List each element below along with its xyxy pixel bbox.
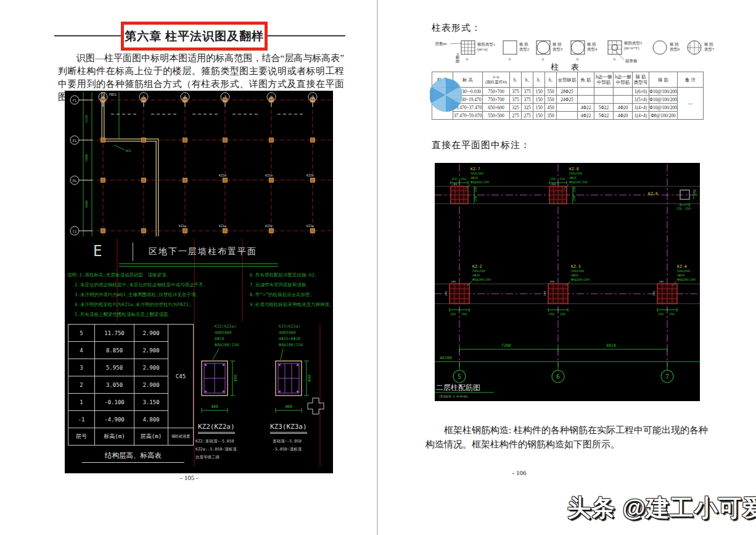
svg-text:E1: E1 xyxy=(73,139,77,143)
svg-text:250: 250 xyxy=(474,187,477,193)
svg-text:8: 8 xyxy=(270,95,273,100)
column-kz8: KZ-8 500x500 4Φ16 Φ8@100/200 250 250 250… xyxy=(549,167,588,204)
corner-column-detail xyxy=(308,398,324,414)
stirrup-type-7: 箍 筋 类型7 xyxy=(688,41,715,54)
schedule-row: -4.530~-0.030750×700 375375 150550 28Φ25… xyxy=(432,88,704,96)
svg-text:250: 250 xyxy=(549,312,554,316)
svg-text:b: b xyxy=(509,57,511,61)
svg-text:250: 250 xyxy=(461,177,466,181)
leg-m-label: 肢数m xyxy=(435,41,446,46)
svg-text:箍 筋: 箍 筋 xyxy=(587,42,596,46)
svg-text:箍筋类型1: 箍筋类型1 xyxy=(477,42,495,46)
svg-text:400: 400 xyxy=(307,375,312,382)
svg-text:(m×n): (m×n) xyxy=(477,47,487,52)
plan-caption-sub: (梁顶标高-4.450结构) xyxy=(438,394,469,399)
svg-text:4: 4 xyxy=(102,95,104,100)
svg-text:KZ-8: KZ-8 xyxy=(648,191,658,196)
floor-elevation-table: 5 11.750 2.900 C45 48.8502.900 35.9502.9… xyxy=(68,324,194,446)
svg-text:KZ2a: KZ2a xyxy=(306,224,314,228)
kz3-notes: 基础顶~-5.050-5.050~顶板顶 xyxy=(273,438,302,454)
svg-text:KZ-8: KZ-8 xyxy=(569,167,579,172)
stirrup-type-2: 箍 筋 类型2 b xyxy=(503,41,529,61)
svg-text:5: 5 xyxy=(142,95,145,100)
svg-text:250: 250 xyxy=(550,177,556,181)
note-2: 2.未定位的墙边轴线居中,未定位的柱边轴线居中或与墙边平齐。 xyxy=(75,282,208,288)
note-9: 9.砼墙与框柱纵筋采用电渣压力焊焊接。 xyxy=(250,302,334,307)
svg-text:KZ-4: KZ-4 xyxy=(677,264,687,269)
table-row: 5 11.750 2.900 C45 xyxy=(68,325,194,342)
basement-wall-column-plan-drawing: 4 5 6 7 8 9 F1 E1 D1 C1 xyxy=(65,91,333,473)
column-kz8-corner: KZ-8 250 250 250 xyxy=(648,189,697,210)
stirrup-type-5: 箍筋类型5 (m×n+Y) b 圆形箍 xyxy=(608,41,642,64)
column-kz2: KZ-2 500x500 4Φ20 Φ8@100/200 250 250 2Φ8… xyxy=(445,264,491,316)
span-dim-1: 7200 xyxy=(501,343,511,348)
svg-text:2Φ8: 2Φ8 xyxy=(543,291,546,296)
svg-text:250: 250 xyxy=(451,177,457,181)
page-divider xyxy=(377,0,378,535)
svg-text:KZ-3: KZ-3 xyxy=(571,264,581,269)
svg-text:5: 5 xyxy=(458,373,461,380)
svg-text:b: b xyxy=(577,57,578,61)
svg-text:KZ2a: KZ2a xyxy=(219,173,226,177)
axis-bubbles: 5 6 7 xyxy=(453,370,673,383)
note-6: 6.所有墙柱配筋详图见结施-62。 xyxy=(250,272,319,278)
shear-wall-outline xyxy=(103,92,157,236)
svg-text:Φ8@100/200: Φ8@100/200 xyxy=(470,180,489,184)
second-floor-column-plan-drawing: KZ-7 500x500 4Φ16 Φ8@100/200 250 250 250… xyxy=(435,163,700,401)
svg-text:6: 6 xyxy=(184,95,186,100)
closing-paragraph: 框架柱钢筋构造: 柱构件的各种钢筋在实际工程中可能出现的各种构造情况。框架柱构件… xyxy=(425,423,708,452)
stirrup-type-1: 肢数m 箍筋类型1 (m×n) b 肢数n xyxy=(435,41,495,64)
plan-annotation-heading: 直接在平面图中标注： xyxy=(432,139,530,151)
svg-text:250: 250 xyxy=(685,207,691,210)
svg-text:500x500: 500x500 xyxy=(569,172,582,175)
svg-text:250: 250 xyxy=(669,312,675,316)
plan-title: 区地下一层墙柱布置平面 xyxy=(149,246,257,257)
svg-text:4600: 4600 xyxy=(84,201,88,208)
cad2-canvas: KZ-7 500x500 4Φ16 Φ8@100/200 250 250 250… xyxy=(435,163,700,401)
svg-text:箍 筋: 箍 筋 xyxy=(519,42,528,46)
chapter-title-highlight-box: 第六章 柱平法识图及翻样 xyxy=(121,22,268,51)
blue-logo-watermark xyxy=(430,78,462,114)
svg-text:250: 250 xyxy=(560,312,565,316)
svg-text:类型2: 类型2 xyxy=(519,47,529,51)
svg-text:4Φ16: 4Φ16 xyxy=(569,176,577,180)
dimension-lines: 7200 8010 46100 xyxy=(435,343,700,370)
kz2-label: KZ2(KZ2a) xyxy=(198,423,235,434)
span-dim-2: 8010 xyxy=(606,343,616,348)
svg-text:KZ1a: KZ1a xyxy=(265,173,273,177)
svg-text:5150: 5150 xyxy=(84,115,88,123)
column-schedule-table: 柱 号标 高 b×h (圆柱直径D) b₁b₂ h₁h₂ 全部纵筋角 筋 b边一… xyxy=(432,72,704,120)
stirrup-type-6: 箍 筋 类型6 xyxy=(653,41,680,54)
plan-grid-lines xyxy=(83,100,332,238)
svg-text:4Φ20: 4Φ20 xyxy=(472,273,480,277)
stirrup-type-3: 箍 筋 类型3 b xyxy=(536,41,562,61)
note-5: 5.所有顶板上翻梁范围柱顶标高至上翻梁顶面。 xyxy=(75,312,173,317)
svg-text:类型7: 类型7 xyxy=(704,47,715,51)
svg-text:箍 筋: 箍 筋 xyxy=(553,42,562,46)
svg-text:KZ-2: KZ-2 xyxy=(472,264,482,269)
zone-letter: E xyxy=(93,243,102,260)
note-3: 3.未注明的外墙均为WQ1,主楼周围墙柱,扶壁柱详见各子项。 xyxy=(75,292,200,297)
svg-text:b: b xyxy=(542,57,544,61)
kz2-annotation: KZ2(KZ2a)400X400 8Φ18Φ8@100/150 xyxy=(215,323,239,348)
page-number-right: - 106 xyxy=(501,469,538,476)
remark-cell: — xyxy=(678,88,704,120)
svg-text:Φ8@100/200: Φ8@100/200 xyxy=(571,278,590,281)
note-1: 说明:1.墙柱标高:夹层板顶或基础面、顶板梁顶。 xyxy=(67,272,171,278)
svg-text:KZ2b: KZ2b xyxy=(306,173,314,177)
floor-table-caption: 结构层高、标高表 xyxy=(82,451,184,463)
svg-text:KZ1a: KZ1a xyxy=(179,224,186,228)
axis-bubbles-left: F1 E1 D1 C1 xyxy=(70,96,92,235)
svg-text:2Φ8: 2Φ8 xyxy=(652,291,655,296)
note-4: 4.未注明的框架柱均为KZ1a,未注明的扶壁柱均为FBZ1; xyxy=(75,302,191,307)
svg-text:500x500: 500x500 xyxy=(677,269,690,273)
svg-text:2Φ8: 2Φ8 xyxy=(452,183,457,186)
svg-text:250: 250 xyxy=(474,196,477,201)
svg-text:2Φ8: 2Φ8 xyxy=(451,280,456,283)
svg-text:250: 250 xyxy=(450,312,456,316)
schedule-row: 19.470~37.470650×600 325325 150450 4Φ22 … xyxy=(432,104,704,112)
svg-text:箍 筋: 箍 筋 xyxy=(704,42,713,46)
green-reference-lines xyxy=(83,92,119,236)
svg-text:400: 400 xyxy=(211,404,218,409)
column-table-form-heading: 柱表形式： xyxy=(432,22,481,34)
